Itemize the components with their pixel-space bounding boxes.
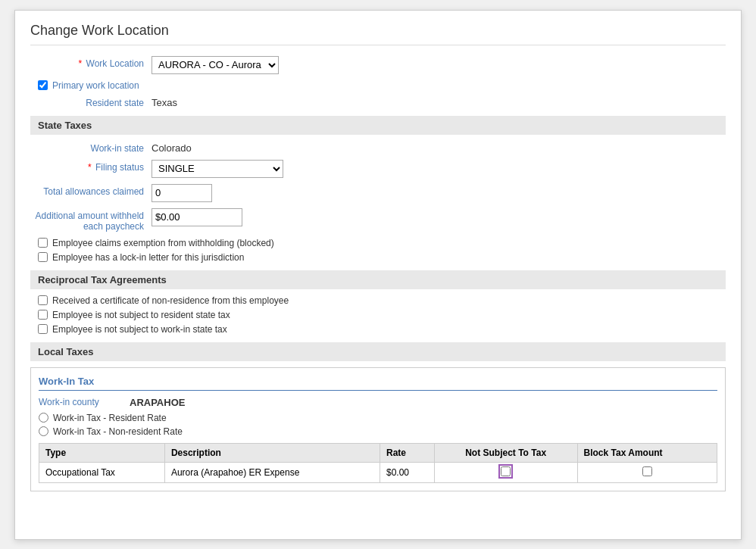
col-rate: Rate [380,443,435,462]
additional-amount-input[interactable] [152,208,242,226]
resident-state-row: Resident state Texas [30,95,726,108]
resident-state-value: Texas [152,95,177,108]
allowances-input[interactable] [152,184,212,202]
work-location-label: * Work Location [30,56,152,69]
cell-type: Occupational Tax [39,462,165,482]
work-location-control: AURORA - CO - Aurora [152,56,279,74]
lock-in-row: Employee has a lock-in letter for this j… [38,252,726,263]
change-work-location-dialog: Change Work Location * Work Location AUR… [14,10,742,540]
additional-amount-row: Additional amount withheld each paycheck [30,208,726,232]
radio-resident-label: Work-in Tax - Resident Rate [53,413,167,423]
work-in-state-row: Work-in state Colorado [30,141,726,154]
local-taxes-header: Local Taxes [30,342,726,361]
lock-in-checkbox[interactable] [38,252,48,262]
required-star: * [79,58,83,69]
filing-status-label: * Filing status [30,160,152,173]
col-block-amount: Block Tax Amount [577,443,717,462]
lock-in-label: Employee has a lock-in letter for this j… [52,252,244,263]
employee-exemption-row: Employee claims exemption from withholdi… [38,238,726,248]
col-description: Description [164,443,380,462]
filing-status-control: SINGLE MARRIED HEAD OF HOUSEHOLD [152,160,283,178]
primary-work-label: Primary work location [52,80,139,91]
cell-description: Aurora (Arapahoe) ER Expense [164,462,380,482]
resident-state-label: Resident state [30,95,152,108]
not-work-in-row: Employee is not subject to work-in state… [38,324,726,335]
county-label: Work-in county [39,397,130,407]
not-resident-label: Employee is not subject to resident stat… [52,310,230,320]
table-row: Occupational Tax Aurora (Arapahoe) ER Ex… [39,462,717,482]
not-resident-checkbox[interactable] [38,310,48,320]
radio-nonresident-label: Work-in Tax - Non-resident Rate [53,426,183,437]
work-in-tax-box: Work-In Tax Work-in county ARAPAHOE Work… [30,367,726,491]
not-resident-row: Employee is not subject to resident stat… [38,310,726,320]
work-in-state-label: Work-in state [30,141,152,154]
primary-work-row: Primary work location [38,80,726,91]
work-location-row: * Work Location AURORA - CO - Aurora [30,56,726,74]
allowances-control [152,184,212,202]
filing-status-select[interactable]: SINGLE MARRIED HEAD OF HOUSEHOLD [152,160,283,178]
col-not-subject: Not Subject To Tax [434,443,577,462]
cell-not-subject [434,462,577,482]
radio-nonresident-rate[interactable] [39,426,48,436]
reciprocal-header: Reciprocal Tax Agreements [30,270,726,289]
not-work-in-checkbox[interactable] [38,324,48,334]
received-certificate-checkbox[interactable] [38,295,48,305]
filing-status-row: * Filing status SINGLE MARRIED HEAD OF H… [30,160,726,178]
allowances-row: Total allowances claimed [30,184,726,202]
work-location-select[interactable]: AURORA - CO - Aurora [152,56,279,74]
county-value: ARAPAHOE [130,397,185,408]
state-taxes-header: State Taxes [30,116,726,135]
not-work-in-label: Employee is not subject to work-in state… [52,324,227,335]
primary-work-checkbox[interactable] [38,80,48,90]
tax-table: Type Description Rate Not Subject To Tax… [39,443,717,483]
work-in-state-value: Colorado [152,141,192,154]
received-certificate-label: Received a certificate of non-residence … [52,295,289,306]
employee-exemption-label: Employee claims exemption from withholdi… [52,238,274,248]
col-type: Type [39,443,165,462]
additional-amount-control [152,208,242,226]
employee-exemption-checkbox[interactable] [38,238,48,248]
dialog-title: Change Work Location [30,23,726,45]
county-row: Work-in county ARAPAHOE [39,397,717,408]
work-in-tax-title: Work-In Tax [39,376,717,391]
radio-nonresident-row: Work-in Tax - Non-resident Rate [39,426,717,437]
radio-resident-row: Work-in Tax - Resident Rate [39,413,717,423]
radio-resident-rate[interactable] [39,413,48,423]
block-amount-checkbox[interactable] [642,466,652,476]
filing-required-star: * [88,162,92,173]
cell-block-amount [577,462,717,482]
not-subject-checkbox[interactable] [501,466,511,476]
allowances-label: Total allowances claimed [30,184,152,197]
received-certificate-row: Received a certificate of non-residence … [38,295,726,306]
additional-amount-label: Additional amount withheld each paycheck [30,208,152,232]
cell-rate: $0.00 [380,462,435,482]
